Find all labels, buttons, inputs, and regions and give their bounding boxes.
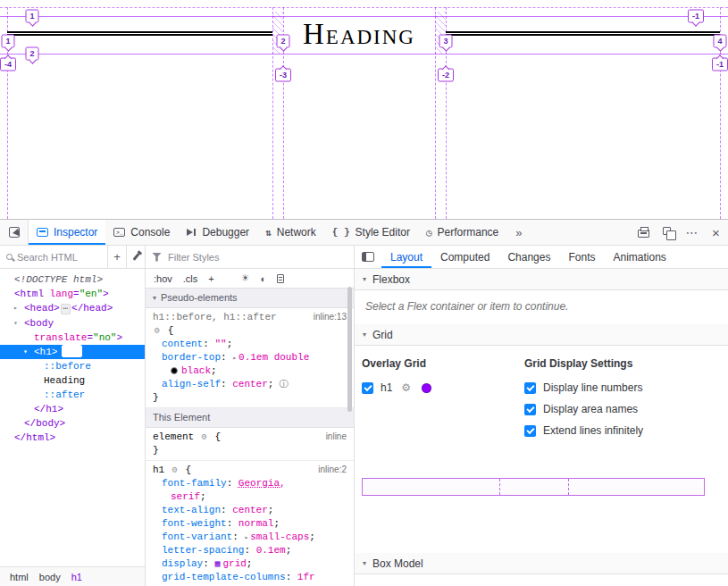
css-line[interactable]: font-family: Georgia, [146, 477, 354, 490]
gear-icon[interactable]: ⚙ [172, 465, 178, 475]
css-line[interactable]: black; [146, 364, 354, 378]
css-line[interactable]: h1::before, h1::afterinline:13 [146, 311, 354, 324]
tab-layout[interactable]: Layout [381, 246, 431, 268]
dark-scheme-icon[interactable]: ◐ [261, 273, 267, 284]
checkbox[interactable] [524, 382, 536, 394]
gear-icon[interactable]: ⚙ [202, 432, 207, 442]
add-node-button[interactable]: + [107, 246, 126, 268]
twisty-icon[interactable]: ▸ [13, 301, 18, 315]
print-media-icon[interactable] [277, 274, 284, 283]
eyedropper-button[interactable] [126, 246, 145, 268]
property-name[interactable]: font-family [162, 478, 227, 489]
screenshot-button[interactable] [632, 220, 656, 245]
responsive-design-mode-button[interactable] [656, 220, 680, 245]
markup-node[interactable]: </html> [0, 431, 145, 445]
markup-node[interactable]: translate="no"> [0, 331, 145, 345]
color-swatch[interactable] [171, 367, 178, 374]
devtools-tab-network[interactable]: ⇅Network [257, 220, 324, 245]
twisty-icon[interactable]: ▾ [23, 345, 28, 359]
sidebar-toggle-button[interactable] [355, 246, 381, 268]
more-tabs-button[interactable]: » [506, 220, 531, 245]
property-value[interactable]: grid [222, 558, 246, 569]
grid-toggle-icon[interactable]: ▦ [214, 559, 220, 569]
property-value[interactable]: 0.1em double [238, 352, 309, 363]
property-value[interactable]: small-caps [250, 532, 309, 542]
grid-color-swatch[interactable] [422, 383, 431, 393]
box-model-section-header[interactable]: ▾ Box Model [355, 553, 728, 574]
breadcrumb-item-html[interactable]: html [5, 572, 33, 582]
property-value[interactable]: center [232, 505, 268, 515]
markup-node[interactable]: </body> [0, 416, 145, 431]
markup-node[interactable]: ::before [0, 359, 145, 373]
search-html-input[interactable] [17, 252, 104, 263]
class-toggle[interactable]: .cls [183, 273, 198, 284]
rule-selector[interactable]: element [153, 431, 200, 442]
filter-styles-box[interactable] [162, 252, 354, 263]
property-value[interactable]: , [280, 478, 286, 489]
css-line[interactable]: } [146, 444, 354, 457]
checkbox[interactable] [524, 425, 536, 437]
property-name[interactable]: content [162, 339, 203, 349]
devtools-tab-console[interactable]: Console [105, 220, 178, 245]
tab-fonts[interactable]: Fonts [559, 246, 604, 268]
rule-selector[interactable]: h1 [153, 465, 171, 475]
property-name[interactable]: font-variant [162, 532, 232, 542]
css-line[interactable]: element ⚙ {inline [146, 431, 354, 444]
css-line[interactable]: h1 ⚙ {inline:2 [146, 464, 354, 477]
css-line[interactable]: font-weight: normal; [146, 517, 354, 531]
property-name[interactable]: text-align [162, 505, 221, 515]
property-value[interactable]: center [232, 379, 268, 389]
info-icon[interactable]: ⓘ [279, 380, 288, 389]
devtools-tab-inspector[interactable]: Inspector [29, 220, 105, 245]
property-name[interactable]: font-weight [162, 518, 227, 529]
checkbox[interactable] [524, 404, 536, 415]
property-value[interactable]: normal [238, 518, 274, 529]
devtools-tab-style-editor[interactable]: { }Style Editor [324, 220, 418, 245]
tab-changes[interactable]: Changes [498, 246, 559, 268]
devtools-menu-button[interactable]: ⋯ [680, 220, 704, 245]
css-line[interactable]: } [146, 391, 354, 405]
tab-computed[interactable]: Computed [431, 246, 498, 268]
pseudo-class-toggle[interactable]: :hov [154, 273, 172, 284]
property-value[interactable]: black [181, 365, 211, 376]
css-line[interactable]: ⚙ { [146, 324, 354, 338]
checkbox[interactable] [362, 382, 373, 394]
property-value[interactable]: "" [214, 339, 226, 349]
css-line[interactable]: align-self: center;ⓘ [146, 378, 354, 391]
css-line[interactable]: border-top: ▸0.1em double [146, 351, 354, 364]
markup-node[interactable]: ▾<body [0, 316, 145, 331]
markup-node[interactable]: </h1> [0, 402, 145, 416]
breadcrumb-item-h1[interactable]: h1 [67, 572, 87, 582]
css-line[interactable]: text-align: center; [146, 504, 354, 517]
light-scheme-icon[interactable]: ☀ [241, 272, 250, 284]
property-name[interactable]: display [162, 558, 203, 569]
markup-node[interactable]: <!DOCTYPE html> [0, 272, 145, 287]
markup-node[interactable]: ▾<h1>grid [0, 345, 145, 359]
gear-icon[interactable]: ⚙ [155, 326, 160, 336]
property-value[interactable]: Georgia [238, 478, 280, 489]
css-line[interactable]: content: ""; [146, 338, 354, 351]
rules-scrollbar[interactable] [347, 287, 352, 412]
close-devtools-button[interactable]: × [704, 220, 728, 245]
rule-source-link[interactable]: inline [326, 431, 347, 441]
breadcrumb-item-body[interactable]: body [35, 572, 65, 582]
rules-section-header[interactable]: ▾Pseudo-elements [146, 289, 354, 308]
property-name[interactable]: letter-spacing [162, 545, 244, 556]
search-html-box[interactable] [0, 252, 107, 263]
grid-outline-preview[interactable] [362, 478, 705, 496]
property-name[interactable]: grid-template-columns [162, 572, 286, 582]
devtools-tab-performance[interactable]: ◷Performance [418, 220, 506, 245]
filter-styles-input[interactable] [168, 252, 350, 263]
property-name[interactable]: align-self [162, 379, 221, 389]
setting-display-line-numbers[interactable]: Display line numbers [524, 381, 721, 394]
flexbox-section-header[interactable]: ▾ Flexbox [355, 269, 728, 290]
rule-source-link[interactable]: inline:13 [314, 312, 347, 322]
add-rule-button[interactable]: + [208, 273, 213, 284]
css-line[interactable]: letter-spacing: 0.1em; [146, 544, 354, 557]
twisty-icon[interactable]: ▾ [13, 316, 18, 331]
markup-node[interactable]: ::after [0, 388, 145, 402]
css-line[interactable]: serif; [146, 490, 354, 504]
grid-section-header[interactable]: ▾ Grid [355, 324, 728, 346]
element-picker-button[interactable] [0, 220, 29, 245]
markup-node[interactable]: <html lang="en"> [0, 287, 145, 301]
